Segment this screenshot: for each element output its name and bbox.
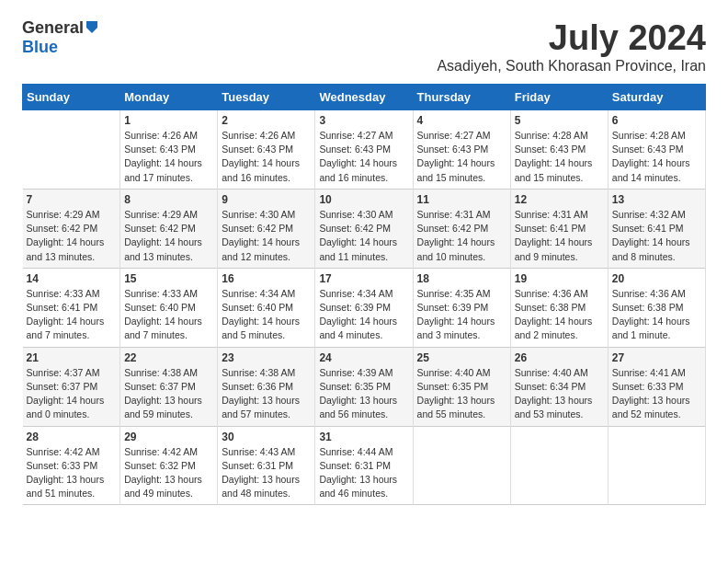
- day-info: Sunrise: 4:36 AMSunset: 6:38 PMDaylight:…: [612, 287, 701, 343]
- day-info-line: Sunrise: 4:26 AM: [124, 130, 198, 141]
- day-info-line: Daylight: 13 hours: [124, 474, 202, 485]
- day-info-line: Daylight: 14 hours: [319, 157, 397, 168]
- day-info-line: Sunrise: 4:32 AM: [612, 209, 686, 220]
- day-info: Sunrise: 4:28 AMSunset: 6:43 PMDaylight:…: [515, 129, 604, 185]
- day-info-line: Sunrise: 4:39 AM: [319, 367, 392, 378]
- day-info: Sunrise: 4:41 AMSunset: 6:33 PMDaylight:…: [612, 366, 701, 422]
- calendar-day-cell: 12Sunrise: 4:31 AMSunset: 6:41 PMDayligh…: [510, 189, 608, 268]
- day-info-line: Sunset: 6:42 PM: [27, 223, 98, 234]
- calendar-day-header: Monday: [120, 85, 218, 110]
- day-info-line: Sunset: 6:34 PM: [515, 381, 586, 392]
- calendar-day-cell: 31Sunrise: 4:44 AMSunset: 6:31 PMDayligh…: [315, 426, 413, 505]
- calendar-day-cell: 29Sunrise: 4:42 AMSunset: 6:32 PMDayligh…: [120, 426, 218, 505]
- day-info-line: Daylight: 13 hours: [612, 395, 690, 406]
- calendar-day-cell: 6Sunrise: 4:28 AMSunset: 6:43 PMDaylight…: [608, 110, 705, 190]
- day-number: 28: [27, 431, 117, 443]
- day-info-line: Daylight: 14 hours: [417, 157, 495, 168]
- calendar-day-header: Wednesday: [315, 85, 413, 110]
- day-info-line: Sunrise: 4:31 AM: [515, 209, 588, 220]
- day-info-line: and 5 minutes.: [222, 329, 285, 340]
- day-info-line: and 12 minutes.: [222, 251, 290, 262]
- calendar-day-cell: [413, 426, 510, 505]
- day-info-line: Sunrise: 4:36 AM: [515, 288, 588, 299]
- logo-general: General: [22, 18, 84, 38]
- day-info: Sunrise: 4:27 AMSunset: 6:43 PMDaylight:…: [417, 129, 506, 185]
- calendar-day-cell: 5Sunrise: 4:28 AMSunset: 6:43 PMDaylight…: [510, 110, 608, 190]
- day-info-line: Sunset: 6:39 PM: [417, 302, 489, 313]
- location-subtitle: Asadiyeh, South Khorasan Province, Iran: [437, 58, 706, 75]
- day-number: 15: [124, 272, 213, 285]
- day-info-line: Sunrise: 4:30 AM: [222, 209, 295, 220]
- day-info-line: Sunrise: 4:38 AM: [222, 367, 295, 378]
- day-info: Sunrise: 4:26 AMSunset: 6:43 PMDaylight:…: [222, 129, 311, 185]
- day-number: 30: [222, 431, 311, 443]
- day-info-line: Sunrise: 4:26 AM: [222, 130, 295, 141]
- day-info-line: Daylight: 13 hours: [222, 474, 300, 485]
- calendar-day-cell: 11Sunrise: 4:31 AMSunset: 6:42 PMDayligh…: [413, 189, 510, 268]
- day-info-line: Daylight: 14 hours: [222, 236, 300, 247]
- day-info-line: and 57 minutes.: [222, 408, 290, 419]
- day-number: 8: [124, 193, 213, 206]
- calendar-day-cell: 3Sunrise: 4:27 AMSunset: 6:43 PMDaylight…: [315, 110, 413, 190]
- day-info: Sunrise: 4:38 AMSunset: 6:36 PMDaylight:…: [222, 366, 311, 422]
- day-info-line: Sunrise: 4:28 AM: [612, 130, 686, 141]
- day-info-line: and 7 minutes.: [124, 329, 188, 340]
- day-info-line: Sunset: 6:41 PM: [27, 302, 98, 313]
- day-info-line: and 55 minutes.: [417, 408, 486, 419]
- day-info-line: and 15 minutes.: [515, 172, 584, 183]
- day-info-line: Daylight: 14 hours: [612, 236, 690, 247]
- calendar-day-cell: 22Sunrise: 4:38 AMSunset: 6:37 PMDayligh…: [120, 347, 218, 426]
- calendar-week-row: 1Sunrise: 4:26 AMSunset: 6:43 PMDaylight…: [23, 110, 706, 190]
- day-number: 10: [319, 193, 408, 206]
- day-info-line: Sunrise: 4:35 AM: [417, 288, 491, 299]
- day-info-line: Daylight: 13 hours: [319, 395, 397, 406]
- day-info-line: Daylight: 14 hours: [124, 157, 202, 168]
- day-info-line: and 46 minutes.: [319, 488, 388, 499]
- day-number: 14: [27, 272, 117, 285]
- day-number: 2: [222, 114, 311, 127]
- logo-icon: [85, 19, 99, 38]
- day-info-line: Sunrise: 4:42 AM: [124, 446, 198, 457]
- day-info-line: and 17 minutes.: [124, 172, 193, 183]
- day-info-line: and 14 minutes.: [612, 172, 681, 183]
- day-info-line: Sunset: 6:43 PM: [319, 144, 391, 155]
- calendar-day-cell: 8Sunrise: 4:29 AMSunset: 6:42 PMDaylight…: [120, 189, 218, 268]
- calendar-day-cell: 21Sunrise: 4:37 AMSunset: 6:37 PMDayligh…: [23, 347, 120, 426]
- day-info-line: Sunrise: 4:43 AM: [222, 446, 295, 457]
- day-number: 18: [417, 272, 506, 285]
- day-info-line: Sunset: 6:43 PM: [515, 144, 586, 155]
- day-info-line: Sunset: 6:37 PM: [124, 381, 196, 392]
- day-info-line: and 9 minutes.: [515, 251, 578, 262]
- day-info-line: Daylight: 13 hours: [222, 395, 300, 406]
- calendar-day-cell: 26Sunrise: 4:40 AMSunset: 6:34 PMDayligh…: [510, 347, 608, 426]
- day-info-line: Daylight: 14 hours: [27, 316, 105, 327]
- day-info-line: and 8 minutes.: [612, 251, 676, 262]
- day-number: 27: [612, 351, 701, 364]
- day-info-line: Sunset: 6:41 PM: [515, 223, 586, 234]
- day-info-line: Sunrise: 4:28 AM: [515, 130, 588, 141]
- day-info-line: Sunset: 6:31 PM: [319, 460, 391, 471]
- day-info-line: Sunset: 6:43 PM: [124, 144, 196, 155]
- day-number: 29: [124, 431, 213, 443]
- day-info-line: Sunset: 6:33 PM: [27, 460, 98, 471]
- day-info-line: Sunrise: 4:38 AM: [124, 367, 198, 378]
- day-info: Sunrise: 4:29 AMSunset: 6:42 PMDaylight:…: [27, 208, 117, 264]
- calendar-day-cell: 17Sunrise: 4:34 AMSunset: 6:39 PMDayligh…: [315, 268, 413, 347]
- day-info: Sunrise: 4:37 AMSunset: 6:37 PMDaylight:…: [27, 366, 117, 422]
- calendar-day-cell: 13Sunrise: 4:32 AMSunset: 6:41 PMDayligh…: [608, 189, 705, 268]
- day-info: Sunrise: 4:31 AMSunset: 6:42 PMDaylight:…: [417, 208, 506, 264]
- day-info-line: Daylight: 13 hours: [417, 395, 495, 406]
- day-info-line: Sunrise: 4:29 AM: [27, 209, 100, 220]
- calendar-day-cell: 25Sunrise: 4:40 AMSunset: 6:35 PMDayligh…: [413, 347, 510, 426]
- day-info-line: Sunset: 6:43 PM: [222, 144, 293, 155]
- calendar-day-cell: [510, 426, 608, 505]
- calendar-day-header: Tuesday: [218, 85, 315, 110]
- day-number: 26: [515, 351, 604, 364]
- day-number: 23: [222, 351, 311, 364]
- day-info: Sunrise: 4:27 AMSunset: 6:43 PMDaylight:…: [319, 129, 408, 185]
- calendar-week-row: 28Sunrise: 4:42 AMSunset: 6:33 PMDayligh…: [23, 426, 706, 505]
- day-info-line: Sunset: 6:42 PM: [319, 223, 391, 234]
- day-info-line: and 49 minutes.: [124, 488, 193, 499]
- day-info-line: Sunset: 6:35 PM: [417, 381, 489, 392]
- day-info: Sunrise: 4:44 AMSunset: 6:31 PMDaylight:…: [319, 445, 408, 501]
